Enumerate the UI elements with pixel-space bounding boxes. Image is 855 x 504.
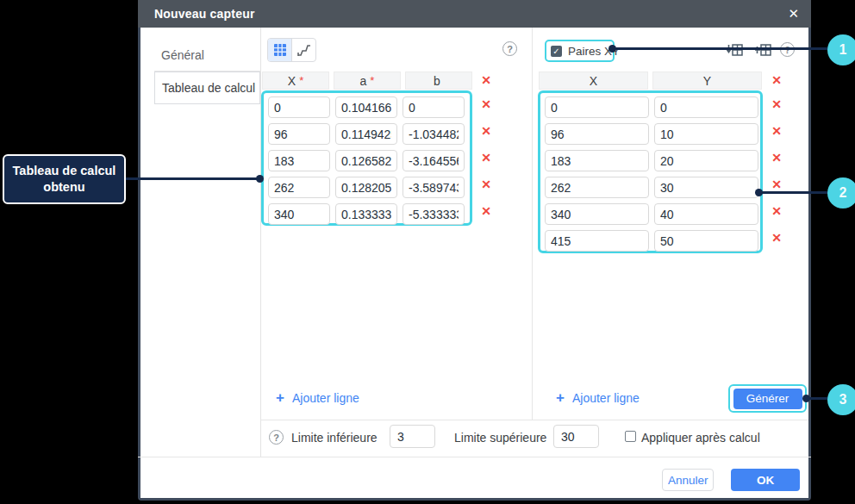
- close-icon[interactable]: ✕: [788, 5, 799, 22]
- delete-row-icon[interactable]: ✕: [770, 97, 783, 111]
- annotation-badge-1: 1: [827, 34, 855, 65]
- badge2-connector-line: [758, 191, 829, 194]
- pairs-table: [540, 93, 760, 255]
- calc-b-input[interactable]: [403, 203, 465, 225]
- calc-x-input[interactable]: [268, 177, 330, 198]
- panel-divider: [532, 28, 533, 420]
- sidebar-item-label: Général: [161, 48, 204, 62]
- delete-row-icon[interactable]: ✕: [770, 177, 783, 191]
- table-view-icon[interactable]: [268, 39, 291, 61]
- pair-y-input[interactable]: [654, 177, 758, 198]
- calc-b-input[interactable]: [403, 150, 465, 171]
- badge2-connector-dot: [755, 189, 763, 196]
- pair-x-input[interactable]: [545, 123, 649, 145]
- callout-tableau-de-calcul-obtenu: Tableau de calcul obtenu: [3, 154, 126, 204]
- calc-x-input[interactable]: [268, 96, 330, 118]
- pair-x-input[interactable]: [545, 177, 649, 198]
- pair-x-input[interactable]: [545, 96, 649, 118]
- screenshot-stage: Nouveau capteur ✕ Général Tableau de cal…: [0, 0, 855, 504]
- plus-icon: +: [276, 389, 284, 407]
- sidebar-item-label: Tableau de calcul: [162, 81, 255, 95]
- delete-row-icon[interactable]: ✕: [770, 204, 783, 218]
- sidebar: Général Tableau de calcul: [140, 28, 261, 457]
- delete-row-icon[interactable]: ✕: [770, 231, 783, 245]
- callout-connector-dot: [256, 175, 264, 183]
- delete-row-icon[interactable]: ✕: [479, 177, 493, 191]
- pair-y-input[interactable]: [654, 96, 758, 118]
- calc-a-input[interactable]: [335, 177, 397, 198]
- column-header-b: b: [405, 72, 472, 90]
- calc-b-input[interactable]: [403, 96, 465, 118]
- grid-glyph: [273, 43, 287, 57]
- new-sensor-dialog: Nouveau capteur ✕ Général Tableau de cal…: [138, 0, 811, 501]
- chart-glyph: [297, 43, 311, 57]
- upper-limit-input[interactable]: [553, 425, 599, 448]
- annotation-badge-3: 3: [827, 384, 855, 415]
- calc-a-input[interactable]: [335, 96, 397, 118]
- delete-row-icon[interactable]: ✕: [770, 151, 783, 165]
- delete-column-icon[interactable]: ✕: [770, 73, 783, 87]
- column-header-x: X: [539, 72, 648, 90]
- calc-b-input[interactable]: [403, 123, 465, 145]
- calc-a-input[interactable]: [335, 123, 397, 145]
- add-row-button-right[interactable]: + Ajouter ligne: [556, 389, 640, 407]
- add-row-button-left[interactable]: + Ajouter ligne: [276, 389, 359, 407]
- badge3-connector-dot: [802, 395, 810, 402]
- pair-y-input[interactable]: [654, 230, 758, 252]
- upper-limit-label: Limite supérieure: [454, 431, 546, 445]
- delete-row-icon[interactable]: ✕: [479, 97, 493, 111]
- pairs-xy-highlight: ✓ Paires XY: [545, 40, 615, 62]
- delete-row-icon[interactable]: ✕: [479, 151, 493, 165]
- column-header-y: Y: [652, 72, 762, 90]
- apply-after-calc-checkbox[interactable]: [625, 431, 636, 442]
- apply-after-calc-label: Appliquer après calcul: [641, 431, 760, 445]
- pair-x-input[interactable]: [545, 150, 649, 171]
- pairs-xy-checkbox[interactable]: ✓: [551, 46, 562, 57]
- dialog-titlebar: Nouveau capteur: [138, 0, 811, 28]
- help-icon[interactable]: ?: [269, 430, 284, 445]
- calc-a-input[interactable]: [335, 150, 397, 171]
- required-asterisk: *: [370, 74, 374, 87]
- pair-y-input[interactable]: [654, 150, 758, 171]
- required-asterisk: *: [299, 74, 303, 87]
- calc-x-input[interactable]: [268, 150, 330, 171]
- calc-x-input[interactable]: [268, 123, 330, 145]
- calc-a-input[interactable]: [335, 203, 397, 225]
- column-header-x: X*: [262, 72, 329, 90]
- lower-limit-label: Limite inférieure: [291, 431, 378, 445]
- pair-y-input[interactable]: [654, 203, 758, 225]
- sidebar-item-tableau-de-calcul[interactable]: Tableau de calcul: [154, 72, 260, 104]
- calc-table-highlight: [261, 90, 472, 226]
- calc-b-input[interactable]: [403, 177, 465, 198]
- help-icon[interactable]: ?: [502, 41, 517, 56]
- badge1-connector-dot: [608, 45, 616, 53]
- sidebar-item-general[interactable]: Général: [154, 39, 260, 72]
- ok-button[interactable]: OK: [731, 469, 800, 491]
- calc-table: [264, 93, 470, 228]
- pair-y-input[interactable]: [654, 123, 758, 145]
- append-table-rows-icon[interactable]: [727, 41, 744, 59]
- callout-connector-line: [126, 177, 262, 180]
- footer-divider: [138, 457, 811, 457]
- pair-x-input[interactable]: [545, 203, 649, 225]
- limits-divider: [260, 420, 808, 420]
- calc-x-input[interactable]: [268, 203, 330, 225]
- annotation-badge-2: 2: [827, 177, 855, 208]
- view-toggle: [267, 38, 316, 62]
- generate-highlight: Générer: [728, 384, 807, 413]
- insert-table-rows-icon[interactable]: [755, 41, 772, 59]
- chart-view-icon[interactable]: [291, 39, 315, 61]
- delete-column-icon[interactable]: ✕: [479, 73, 493, 87]
- generate-button[interactable]: Générer: [733, 389, 802, 409]
- dialog-title: Nouveau capteur: [154, 7, 255, 21]
- pairs-table-highlight: [538, 90, 763, 253]
- column-header-a: a*: [334, 72, 401, 90]
- delete-row-icon[interactable]: ✕: [479, 204, 493, 218]
- plus-icon: +: [556, 389, 565, 407]
- delete-row-icon[interactable]: ✕: [479, 124, 493, 138]
- pair-x-input[interactable]: [545, 230, 649, 252]
- cancel-button[interactable]: Annuler: [662, 469, 714, 491]
- delete-row-icon[interactable]: ✕: [770, 124, 783, 138]
- badge1-connector-line: [613, 47, 829, 50]
- lower-limit-input[interactable]: [390, 425, 435, 448]
